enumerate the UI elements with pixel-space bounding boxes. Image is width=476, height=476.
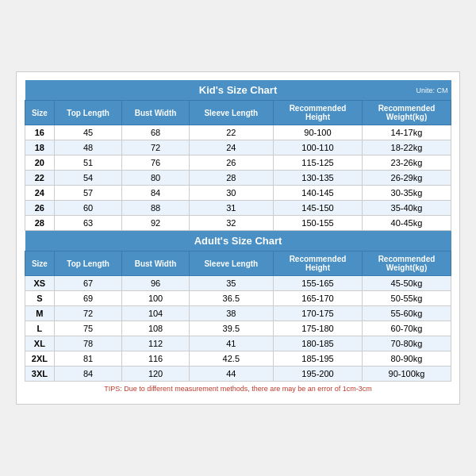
adults-bust-m: 104 bbox=[122, 306, 189, 321]
kids-top-20: 51 bbox=[54, 155, 122, 171]
kids-size-24: 24 bbox=[25, 186, 55, 201]
adults-height-m: 170-175 bbox=[273, 306, 362, 321]
kids-height-22: 130-135 bbox=[273, 171, 362, 186]
kids-row-22: 22 54 80 28 130-135 26-29kg bbox=[25, 171, 451, 186]
adults-bust-xs: 96 bbox=[122, 276, 189, 291]
kids-row-18: 18 48 72 24 100-110 18-22kg bbox=[25, 140, 451, 155]
adults-top-xs: 67 bbox=[54, 276, 122, 291]
kids-size-20: 20 bbox=[25, 155, 55, 171]
adults-weight-xs: 45-50kg bbox=[362, 276, 451, 291]
adults-height-l: 175-180 bbox=[273, 321, 362, 336]
adults-size-l: L bbox=[25, 321, 55, 336]
kids-section-header: Kid's Size Chart Unite: CM bbox=[25, 80, 451, 101]
adults-bust-s: 100 bbox=[122, 291, 189, 306]
kids-row-26: 26 60 88 31 145-150 35-40kg bbox=[25, 201, 451, 216]
kids-title: Kid's Size Chart Unite: CM bbox=[25, 80, 451, 101]
kids-top-18: 48 bbox=[54, 140, 122, 155]
kids-size-16: 16 bbox=[25, 125, 55, 140]
kids-weight-26: 35-40kg bbox=[362, 201, 451, 216]
adults-weight-s: 50-55kg bbox=[362, 291, 451, 306]
adults-weight-3xl: 90-100kg bbox=[362, 367, 451, 382]
adults-top-2xl: 81 bbox=[54, 351, 122, 367]
kids-top-28: 63 bbox=[54, 216, 122, 231]
adults-size-xl: XL bbox=[25, 336, 55, 351]
kids-weight-16: 14-17kg bbox=[362, 125, 451, 140]
adults-size-xs: XS bbox=[25, 276, 55, 291]
tips-row: TIPS: Due to different measurement metho… bbox=[25, 382, 451, 397]
kids-size-28: 28 bbox=[25, 216, 55, 231]
adults-size-2xl: 2XL bbox=[25, 351, 55, 367]
kids-top-24: 57 bbox=[54, 186, 122, 201]
adults-bust-3xl: 120 bbox=[122, 367, 189, 382]
kids-sleeve-22: 28 bbox=[189, 171, 273, 186]
kids-sleeve-28: 32 bbox=[189, 216, 273, 231]
kids-weight-20: 23-26kg bbox=[362, 155, 451, 171]
kids-sleeve-18: 24 bbox=[189, 140, 273, 155]
kids-bust-20: 76 bbox=[122, 155, 189, 171]
adults-header-sleeve-length: Sleeve Length bbox=[189, 251, 273, 276]
adults-height-xs: 155-165 bbox=[273, 276, 362, 291]
kids-weight-28: 40-45kg bbox=[362, 216, 451, 231]
adults-bust-l: 108 bbox=[122, 321, 189, 336]
kids-height-20: 115-125 bbox=[273, 155, 362, 171]
kids-header-bust-width: Bust Width bbox=[122, 101, 189, 125]
kids-top-22: 54 bbox=[54, 171, 122, 186]
kids-bust-24: 84 bbox=[122, 186, 189, 201]
adults-weight-2xl: 80-90kg bbox=[362, 351, 451, 367]
kids-row-28: 28 63 92 32 150-155 40-45kg bbox=[25, 216, 451, 231]
adults-height-s: 165-170 bbox=[273, 291, 362, 306]
kids-bust-22: 80 bbox=[122, 171, 189, 186]
adults-size-m: M bbox=[25, 306, 55, 321]
kids-sleeve-26: 31 bbox=[189, 201, 273, 216]
adults-bust-2xl: 116 bbox=[122, 351, 189, 367]
kids-bust-18: 72 bbox=[122, 140, 189, 155]
kids-weight-24: 30-35kg bbox=[362, 186, 451, 201]
adults-row-m: M 72 104 38 170-175 55-60kg bbox=[25, 306, 451, 321]
kids-size-18: 18 bbox=[25, 140, 55, 155]
adults-header-weight: RecommendedWeight(kg) bbox=[362, 251, 451, 276]
kids-sleeve-24: 30 bbox=[189, 186, 273, 201]
adults-sleeve-3xl: 44 bbox=[189, 367, 273, 382]
adults-top-s: 69 bbox=[54, 291, 122, 306]
adults-size-s: S bbox=[25, 291, 55, 306]
chart-container: Kid's Size Chart Unite: CM Size Top Leng… bbox=[16, 71, 460, 405]
adults-row-l: L 75 108 39.5 175-180 60-70kg bbox=[25, 321, 451, 336]
adults-sleeve-m: 38 bbox=[189, 306, 273, 321]
kids-col-headers: Size Top Length Bust Width Sleeve Length… bbox=[25, 101, 451, 125]
adults-header-top-length: Top Length bbox=[54, 251, 122, 276]
adults-weight-m: 55-60kg bbox=[362, 306, 451, 321]
adults-height-3xl: 195-200 bbox=[273, 367, 362, 382]
adults-header-size: Size bbox=[25, 251, 55, 276]
unit-label: Unite: CM bbox=[416, 86, 447, 94]
kids-row-24: 24 57 84 30 140-145 30-35kg bbox=[25, 186, 451, 201]
adults-top-3xl: 84 bbox=[54, 367, 122, 382]
adults-top-xl: 78 bbox=[54, 336, 122, 351]
kids-weight-22: 26-29kg bbox=[362, 171, 451, 186]
kids-bust-28: 92 bbox=[122, 216, 189, 231]
adults-row-xl: XL 78 112 41 180-185 70-80kg bbox=[25, 336, 451, 351]
adults-row-2xl: 2XL 81 116 42.5 185-195 80-90kg bbox=[25, 351, 451, 367]
adults-sleeve-xs: 35 bbox=[189, 276, 273, 291]
kids-sleeve-20: 26 bbox=[189, 155, 273, 171]
adults-weight-xl: 70-80kg bbox=[362, 336, 451, 351]
kids-row-20: 20 51 76 26 115-125 23-26kg bbox=[25, 155, 451, 171]
kids-size-26: 26 bbox=[25, 201, 55, 216]
adults-title: Adult's Size Chart bbox=[25, 231, 451, 251]
kids-height-26: 145-150 bbox=[273, 201, 362, 216]
adults-sleeve-l: 39.5 bbox=[189, 321, 273, 336]
adults-row-3xl: 3XL 84 120 44 195-200 90-100kg bbox=[25, 367, 451, 382]
adults-height-2xl: 185-195 bbox=[273, 351, 362, 367]
adults-header-height: RecommendedHeight bbox=[273, 251, 362, 276]
kids-header-height: RecommendedHeight bbox=[273, 101, 362, 125]
adults-sleeve-xl: 41 bbox=[189, 336, 273, 351]
adults-section-header: Adult's Size Chart bbox=[25, 231, 451, 251]
kids-height-16: 90-100 bbox=[273, 125, 362, 140]
adults-sleeve-s: 36.5 bbox=[189, 291, 273, 306]
adults-size-3xl: 3XL bbox=[25, 367, 55, 382]
adults-sleeve-2xl: 42.5 bbox=[189, 351, 273, 367]
kids-size-22: 22 bbox=[25, 171, 55, 186]
adults-col-headers: Size Top Length Bust Width Sleeve Length… bbox=[25, 251, 451, 276]
kids-weight-18: 18-22kg bbox=[362, 140, 451, 155]
kids-bust-16: 68 bbox=[122, 125, 189, 140]
kids-top-26: 60 bbox=[54, 201, 122, 216]
